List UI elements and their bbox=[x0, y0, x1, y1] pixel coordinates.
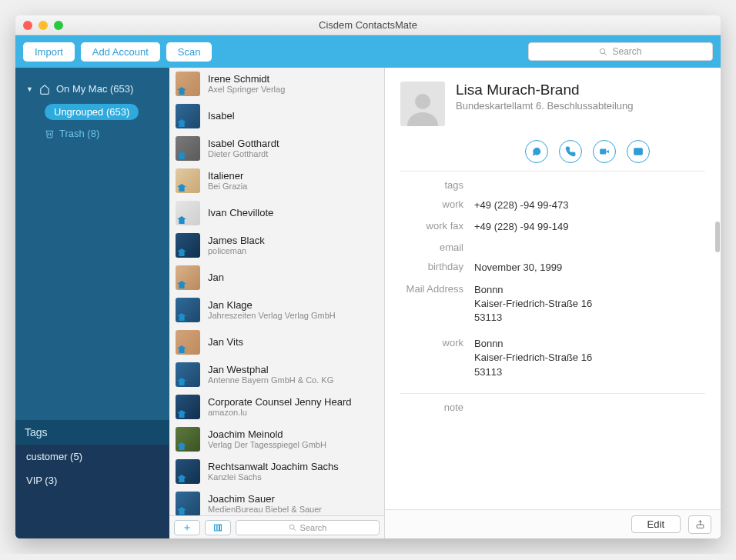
avatar bbox=[176, 459, 200, 484]
contact-list-item[interactable]: Ivan Chevillote bbox=[169, 197, 384, 229]
contact-subtitle: Bei Grazia bbox=[208, 182, 247, 192]
field-value-email bbox=[474, 242, 705, 253]
contact-list-item[interactable]: Irene SchmidtAxel Springer Verlag bbox=[169, 68, 384, 100]
sidebar-trash-label: Trash (8) bbox=[59, 128, 99, 139]
avatar bbox=[176, 362, 200, 387]
contact-list-item[interactable]: Jan KlageJahreszeiten Verlag Verlag GmbH bbox=[169, 294, 384, 326]
close-window-button[interactable] bbox=[23, 21, 32, 30]
field-value-note bbox=[474, 402, 705, 413]
contact-org: Bundeskartellamt 6. Beschlussabteilung bbox=[456, 100, 634, 112]
contact-list-item[interactable]: Joachim SauerMedienBureau Biebel & Sauer bbox=[169, 488, 384, 515]
contact-name: Lisa Murach-Brand bbox=[456, 82, 634, 98]
contact-name: Jan bbox=[208, 272, 224, 284]
share-button[interactable] bbox=[688, 515, 711, 534]
field-value-work-address: Bonnn Kaiser-Friedrich-Straße 16 53113 bbox=[474, 337, 705, 379]
contact-name: Isabel Gotthardt bbox=[208, 138, 279, 150]
sidebar-ungrouped[interactable]: Ungrouped (653) bbox=[45, 104, 139, 120]
contact-subtitle: policeman bbox=[208, 246, 265, 256]
columns-icon bbox=[212, 523, 223, 532]
contact-subtitle: amazon.lu bbox=[208, 408, 351, 418]
avatar bbox=[176, 492, 200, 515]
avatar bbox=[176, 298, 200, 322]
columns-button[interactable] bbox=[205, 520, 231, 535]
contact-list-item[interactable]: Corporate Counsel Jenny Heardamazon.lu bbox=[169, 391, 384, 423]
list-search-input[interactable]: Search bbox=[236, 520, 380, 535]
sidebar: ▼ On My Mac (653) Ungrouped (653) Trash … bbox=[15, 68, 169, 538]
svg-rect-2 bbox=[215, 525, 217, 531]
sidebar-on-my-mac-label: On My Mac (653) bbox=[56, 83, 133, 95]
contact-avatar bbox=[400, 82, 445, 126]
svg-rect-8 bbox=[600, 149, 606, 155]
contact-subtitle: Axel Springer Verlag bbox=[208, 85, 285, 95]
scrollbar[interactable] bbox=[715, 222, 720, 252]
contact-list-item[interactable]: Joachim MeinoldVerlag Der Tagesspiegel G… bbox=[169, 423, 384, 455]
contact-name: Rechtsanwalt Joachim Sachs bbox=[208, 461, 339, 473]
field-value-work-phone: +49 (228) -94 99-473 bbox=[474, 198, 705, 212]
add-contact-button[interactable]: ＋ bbox=[174, 520, 200, 535]
sidebar-tag-customer[interactable]: customer (5) bbox=[15, 445, 169, 468]
contact-name: Joachim Meinold bbox=[208, 428, 326, 441]
contact-name: Corporate Counsel Jenny Heard bbox=[208, 396, 351, 408]
minimize-window-button[interactable] bbox=[38, 21, 48, 30]
search-icon bbox=[599, 48, 607, 56]
contact-list-item[interactable]: Jan Vits bbox=[169, 326, 384, 358]
message-icon bbox=[531, 146, 542, 157]
contact-name: Irene Schmidt bbox=[208, 73, 285, 85]
avatar bbox=[176, 72, 200, 96]
call-button[interactable] bbox=[559, 140, 582, 163]
svg-line-6 bbox=[293, 528, 296, 531]
sidebar-trash[interactable]: Trash (8) bbox=[45, 128, 162, 139]
sidebar-on-my-mac[interactable]: ▼ On My Mac (653) bbox=[23, 78, 162, 99]
chevron-down-icon: ▼ bbox=[26, 85, 33, 93]
email-button[interactable] bbox=[627, 140, 650, 163]
svg-point-0 bbox=[601, 48, 605, 53]
contact-subtitle: Dieter Gotthardt bbox=[208, 149, 279, 159]
separator bbox=[400, 171, 705, 172]
edit-button[interactable]: Edit bbox=[631, 515, 681, 533]
list-footer: ＋ Search bbox=[169, 515, 384, 538]
field-label-work: work bbox=[400, 198, 474, 212]
avatar bbox=[176, 265, 200, 290]
svg-rect-3 bbox=[217, 525, 219, 531]
titlebar: Cisdem ContactsMate bbox=[15, 15, 721, 35]
add-account-button[interactable]: Add Account bbox=[81, 42, 160, 62]
message-button[interactable] bbox=[525, 140, 548, 163]
sidebar-tag-vip[interactable]: VIP (3) bbox=[15, 468, 169, 492]
field-label-note: note bbox=[400, 402, 474, 413]
share-icon bbox=[695, 519, 705, 529]
scan-button[interactable]: Scan bbox=[166, 42, 212, 62]
mail-icon bbox=[633, 146, 644, 157]
contact-list-item[interactable]: Isabel GotthardtDieter Gotthardt bbox=[169, 132, 384, 165]
avatar bbox=[176, 104, 200, 128]
zoom-window-button[interactable] bbox=[54, 21, 63, 30]
avatar bbox=[176, 395, 200, 419]
app-window: Cisdem ContactsMate Import Add Account S… bbox=[15, 15, 721, 538]
svg-point-7 bbox=[415, 94, 430, 109]
contact-list-item[interactable]: Jan bbox=[169, 262, 384, 294]
phone-icon bbox=[565, 146, 576, 157]
contacts-list-column: Irene SchmidtAxel Springer VerlagIsabelI… bbox=[169, 68, 385, 538]
contact-name: James Black bbox=[208, 235, 265, 247]
traffic-lights bbox=[15, 21, 63, 30]
contact-name: Italiener bbox=[208, 170, 247, 182]
global-search-input[interactable]: Search bbox=[528, 42, 713, 61]
search-placeholder: Search bbox=[612, 46, 641, 57]
avatar bbox=[176, 427, 200, 452]
import-button[interactable]: Import bbox=[23, 42, 75, 62]
contact-list-item[interactable]: ItalienerBei Grazia bbox=[169, 165, 384, 197]
window-title: Cisdem ContactsMate bbox=[15, 19, 721, 31]
contact-name: Jan Westphal bbox=[208, 364, 333, 376]
contact-list-item[interactable]: James Blackpoliceman bbox=[169, 229, 384, 262]
contact-list-item[interactable]: Isabel bbox=[169, 100, 384, 132]
avatar bbox=[176, 330, 200, 355]
contact-subtitle: Kanzlei Sachs bbox=[208, 472, 339, 482]
contact-list-item[interactable]: Rechtsanwalt Joachim SachsKanzlei Sachs bbox=[169, 455, 384, 488]
contact-subtitle: Verlag Der Tagesspiegel GmbH bbox=[208, 440, 326, 450]
field-label-tags: tags bbox=[400, 179, 474, 191]
contact-name: Ivan Chevillote bbox=[208, 207, 273, 219]
field-label-work-address: work bbox=[400, 337, 474, 379]
video-button[interactable] bbox=[593, 140, 616, 163]
field-label-mail-address: Mail Address bbox=[400, 283, 474, 325]
contact-list-item[interactable]: Jan WestphalAntenne Bayern GmbH & Co. KG bbox=[169, 358, 384, 391]
contacts-list[interactable]: Irene SchmidtAxel Springer VerlagIsabelI… bbox=[169, 68, 384, 515]
